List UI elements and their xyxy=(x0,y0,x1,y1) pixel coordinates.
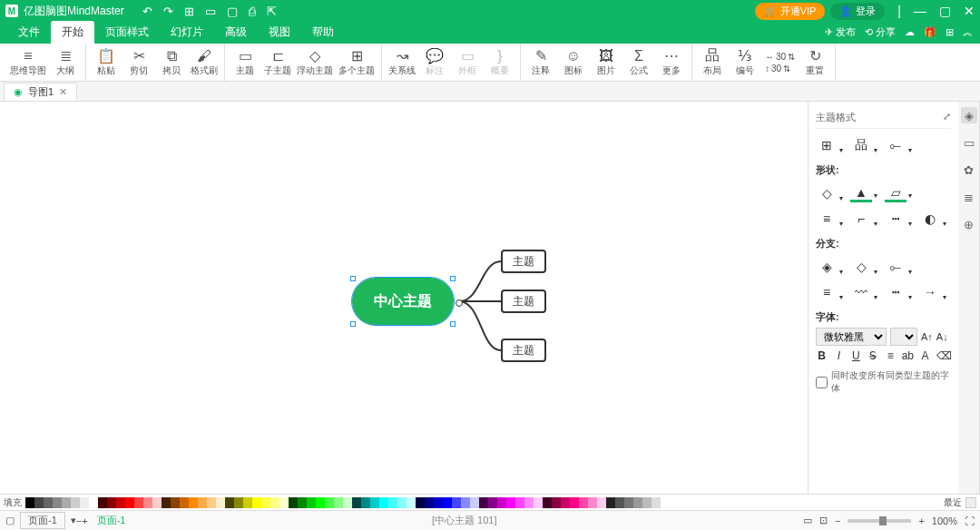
clear-format-button[interactable]: ⌫ xyxy=(936,349,951,362)
color-swatch[interactable] xyxy=(80,497,89,508)
color-swatch[interactable] xyxy=(152,497,162,508)
shadow-icon[interactable]: ◐ xyxy=(919,210,941,228)
maximize-icon[interactable]: ▢ xyxy=(939,4,951,18)
format-painter-button[interactable]: 🖌格式刷 xyxy=(188,45,220,80)
color-swatch[interactable] xyxy=(189,497,198,508)
color-swatch[interactable] xyxy=(261,497,270,508)
color-swatch[interactable] xyxy=(207,497,216,508)
font-color-button[interactable]: A xyxy=(919,349,931,362)
color-swatch[interactable] xyxy=(44,497,53,508)
image-button[interactable]: 🖼图片 xyxy=(590,45,622,80)
color-swatch[interactable] xyxy=(416,497,425,508)
hspacing-value[interactable]: 30 xyxy=(776,52,786,62)
export-icon[interactable]: ⇱ xyxy=(267,5,277,18)
color-swatch[interactable] xyxy=(642,497,652,508)
boundary-button[interactable]: ▭外框 xyxy=(451,45,484,80)
topic-button[interactable]: ▭主题 xyxy=(229,45,261,80)
strike-button[interactable]: S̶ xyxy=(867,349,879,362)
color-swatch[interactable] xyxy=(25,497,34,508)
align-button[interactable]: ≡ xyxy=(885,349,897,362)
color-swatch[interactable] xyxy=(325,497,334,508)
subtopic-node[interactable]: 主题 xyxy=(501,250,546,273)
page-selector[interactable]: 页面-1 xyxy=(20,512,65,529)
border-color-icon[interactable]: ▱ xyxy=(885,184,906,202)
tab-start[interactable]: 开始 xyxy=(51,21,94,44)
font-family-select[interactable]: 微软雅黑 xyxy=(816,328,887,346)
minimize-icon[interactable]: — xyxy=(914,4,926,18)
color-swatch[interactable] xyxy=(289,497,298,508)
color-swatch[interactable] xyxy=(71,497,80,508)
color-swatch[interactable] xyxy=(488,497,497,508)
subtopic-node[interactable]: 主题 xyxy=(501,339,546,362)
document-tab[interactable]: ◉ 导图1 ✕ xyxy=(4,83,77,101)
cloud-icon[interactable]: ☁ xyxy=(905,26,915,38)
color-swatch[interactable] xyxy=(570,497,579,508)
outline-view-button[interactable]: ≣大纲 xyxy=(49,45,82,80)
apply-all-checkbox[interactable] xyxy=(816,377,828,388)
branch-line-icon[interactable]: ≡ xyxy=(816,283,838,301)
outline-toggle-icon[interactable]: ▢ xyxy=(5,515,15,526)
recent-swatch[interactable] xyxy=(965,497,976,508)
font-increase-icon[interactable]: A↑ xyxy=(921,331,933,342)
color-swatch[interactable] xyxy=(407,497,416,508)
undo-icon[interactable]: ↶ xyxy=(142,5,152,18)
color-swatch[interactable] xyxy=(270,497,279,508)
color-swatch[interactable] xyxy=(524,497,534,508)
color-swatch[interactable] xyxy=(397,497,407,508)
branch-color-icon[interactable]: ◈ xyxy=(816,258,838,276)
branch-style-icon[interactable]: ⟜ xyxy=(885,136,906,154)
color-swatch[interactable] xyxy=(534,497,543,508)
canvas[interactable]: 中心主题 主题 主题 主题 xyxy=(0,102,808,494)
reset-button[interactable]: ↻重置 xyxy=(799,45,831,80)
color-swatch[interactable] xyxy=(307,497,316,508)
tab-view[interactable]: 视图 xyxy=(258,21,301,44)
save-icon[interactable]: ▢ xyxy=(227,5,238,18)
zoom-value[interactable]: 100% xyxy=(932,515,957,526)
sidetab-theme-icon[interactable]: ✿ xyxy=(961,162,977,178)
grid-icon[interactable]: ⊞ xyxy=(946,26,954,38)
color-swatch[interactable] xyxy=(633,497,642,508)
color-swatch[interactable] xyxy=(588,497,597,508)
color-swatch[interactable] xyxy=(198,497,207,508)
color-swatch[interactable] xyxy=(515,497,524,508)
tab-pagestyle[interactable]: 页面样式 xyxy=(94,21,160,44)
branch-shape-icon[interactable]: ◇ xyxy=(850,258,872,276)
color-swatch[interactable] xyxy=(497,497,506,508)
zoom-out-icon[interactable]: − xyxy=(835,515,840,526)
color-swatch[interactable] xyxy=(62,497,71,508)
color-swatch[interactable] xyxy=(180,497,189,508)
connector-handle[interactable] xyxy=(456,299,463,307)
font-decrease-icon[interactable]: A↓ xyxy=(936,331,948,342)
color-swatch[interactable] xyxy=(143,497,152,508)
color-swatch[interactable] xyxy=(279,497,289,508)
vip-button[interactable]: 🛒 开通VIP xyxy=(755,3,826,20)
icon-button[interactable]: ☺图标 xyxy=(557,45,590,80)
color-swatch[interactable] xyxy=(234,497,243,508)
print-icon[interactable]: ⎙ xyxy=(249,5,256,18)
cut-button[interactable]: ✂剪切 xyxy=(122,45,155,80)
fullscreen-icon[interactable]: ⛶ xyxy=(965,515,975,526)
shape-select-icon[interactable]: ◇ xyxy=(816,184,838,202)
multiple-topic-button[interactable]: ⊞多个主题 xyxy=(336,45,377,80)
selection-handle[interactable] xyxy=(350,276,356,281)
fit-page-icon[interactable]: ⊡ xyxy=(819,515,828,526)
color-swatch[interactable] xyxy=(552,497,561,508)
collapse-icon[interactable]: ︽ xyxy=(963,25,973,39)
color-swatch[interactable] xyxy=(461,497,470,508)
number-button[interactable]: ⅓编号 xyxy=(729,45,761,80)
color-swatch[interactable] xyxy=(370,497,379,508)
color-swatch[interactable] xyxy=(243,497,252,508)
copy-button[interactable]: ⧉拷贝 xyxy=(155,45,188,80)
corner-icon[interactable]: ⌐ xyxy=(850,210,872,228)
branch-dash-icon[interactable]: ┅ xyxy=(885,283,906,301)
color-swatch[interactable] xyxy=(606,497,615,508)
share-button[interactable]: ⟲ 分享 xyxy=(865,25,896,39)
summary-button[interactable]: }概要 xyxy=(484,45,516,80)
comment-button[interactable]: ✎注释 xyxy=(524,45,557,80)
color-swatch[interactable] xyxy=(597,497,606,508)
color-swatch[interactable] xyxy=(379,497,388,508)
color-swatch[interactable] xyxy=(452,497,461,508)
add-page-icon[interactable]: + xyxy=(82,515,87,526)
tab-file[interactable]: 文件 xyxy=(7,21,51,44)
color-swatch[interactable] xyxy=(134,497,143,508)
